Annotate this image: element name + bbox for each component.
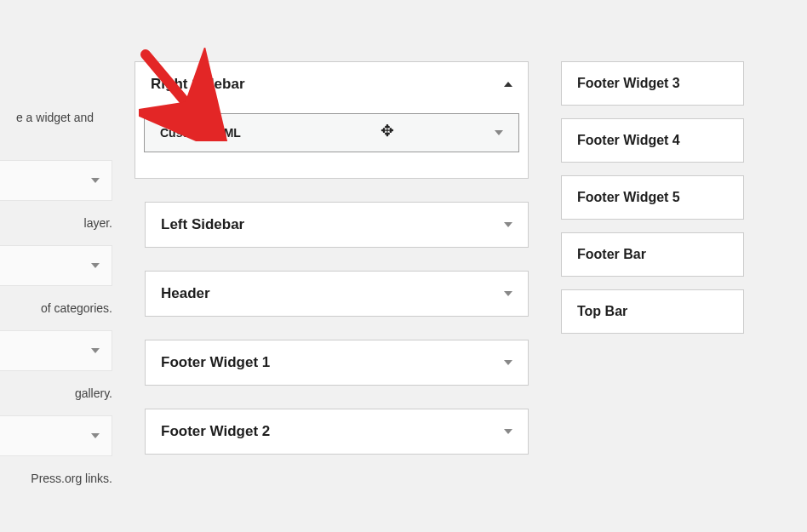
area-title: Footer Widget 2 bbox=[161, 423, 270, 440]
widget-area-footer-widget-4[interactable]: Footer Widget 4 bbox=[561, 118, 744, 163]
partial-description-text: of categories. bbox=[0, 301, 112, 315]
partial-widget-item[interactable] bbox=[0, 160, 112, 201]
partial-description-text: Press.org links. bbox=[0, 472, 112, 485]
widget-area-footer-widget-1: Footer Widget 1 bbox=[145, 340, 529, 386]
chevron-down-icon bbox=[504, 429, 512, 434]
chevron-down-icon bbox=[495, 130, 503, 135]
widget-area-footer-widget-2: Footer Widget 2 bbox=[145, 409, 529, 455]
widget-custom-html[interactable]: Custom HTML bbox=[144, 113, 519, 152]
partial-description-text: gallery. bbox=[0, 386, 112, 400]
area-header[interactable]: Footer Widget 1 bbox=[146, 340, 528, 385]
area-body: Custom HTML bbox=[135, 106, 528, 178]
partial-widget-item[interactable] bbox=[0, 330, 112, 371]
widget-area-header: Header bbox=[145, 271, 529, 317]
widget-area-top-bar[interactable]: Top Bar bbox=[561, 289, 744, 334]
widget-areas-column-2: Footer Widget 3 Footer Widget 4 Footer W… bbox=[561, 0, 744, 346]
partial-description-text: e a widget and bbox=[0, 111, 94, 124]
widget-area-left-sidebar: Left Sidebar bbox=[145, 202, 529, 248]
area-title: Right Sidebar bbox=[151, 76, 245, 93]
available-widgets-column: layer. of categories. gallery. Press.org… bbox=[0, 0, 112, 501]
chevron-down-icon bbox=[504, 291, 512, 296]
area-title: Left Sidebar bbox=[161, 216, 244, 233]
chevron-down-icon bbox=[91, 178, 100, 183]
partial-widget-item[interactable] bbox=[0, 245, 112, 286]
widget-area-footer-widget-3[interactable]: Footer Widget 3 bbox=[561, 61, 744, 106]
chevron-down-icon bbox=[504, 360, 512, 365]
chevron-down-icon bbox=[504, 222, 512, 227]
chevron-up-icon bbox=[504, 82, 512, 87]
area-title: Footer Widget 1 bbox=[161, 354, 270, 371]
area-header[interactable]: Left Sidebar bbox=[146, 203, 528, 247]
chevron-down-icon bbox=[91, 348, 100, 353]
area-header[interactable]: Right Sidebar bbox=[135, 62, 528, 106]
widget-area-footer-bar[interactable]: Footer Bar bbox=[561, 232, 744, 277]
widget-areas-column: Right Sidebar Custom HTML Left Sidebar H… bbox=[145, 0, 529, 478]
widget-area-right-sidebar: Right Sidebar Custom HTML bbox=[134, 61, 529, 179]
area-header[interactable]: Footer Widget 2 bbox=[146, 409, 528, 454]
partial-description-text: layer. bbox=[0, 216, 112, 230]
area-title: Header bbox=[161, 285, 210, 302]
chevron-down-icon bbox=[91, 433, 100, 438]
partial-widget-item[interactable] bbox=[0, 415, 112, 456]
area-header[interactable]: Header bbox=[146, 272, 528, 316]
widget-area-footer-widget-5[interactable]: Footer Widget 5 bbox=[561, 175, 744, 220]
chevron-down-icon bbox=[91, 263, 100, 268]
widget-title: Custom HTML bbox=[160, 126, 241, 140]
